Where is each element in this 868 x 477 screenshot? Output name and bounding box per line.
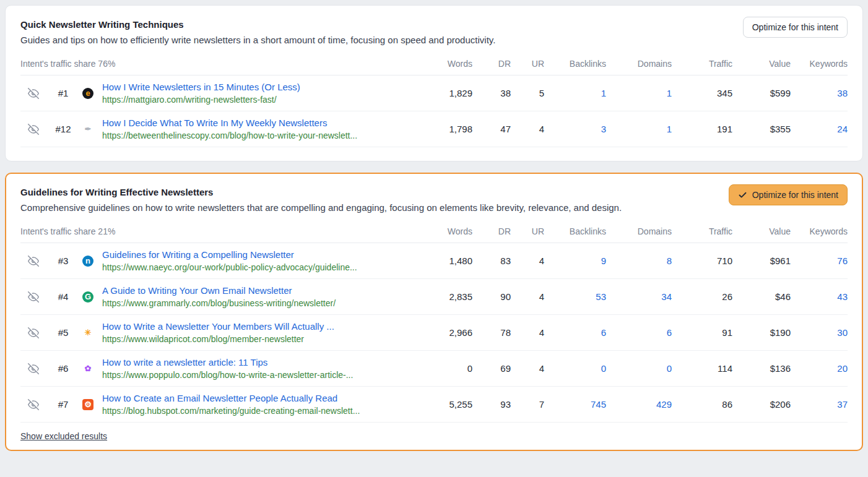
value-value: $599: [732, 88, 791, 98]
keywords-value[interactable]: 24: [791, 124, 848, 134]
eye-off-icon: [28, 363, 39, 374]
traffic-value: 91: [672, 327, 732, 338]
results-table: Intent's traffic share 21% Words DR UR B…: [20, 223, 848, 442]
words-value: 5,255: [420, 399, 472, 410]
favicon-glyph-icon: n: [82, 256, 93, 267]
intent-description: Comprehensive guidelines on how to write…: [20, 202, 622, 213]
traffic-share-label: Intent's traffic share 21%: [20, 226, 420, 236]
value-value: $355: [732, 124, 791, 134]
table-row: #1 e How I Write Newsletters in 15 Minut…: [20, 75, 848, 111]
traffic-share-label: Intent's traffic share 76%: [20, 59, 420, 69]
checkmark-icon: [738, 191, 747, 200]
result-url-link[interactable]: https://www.poppulo.com/blog/how-to-writ…: [102, 370, 410, 380]
intents-page: Quick Newsletter Writing Techniques Guid…: [0, 0, 868, 456]
domains-value[interactable]: 8: [606, 256, 672, 266]
domains-value[interactable]: 1: [606, 88, 672, 98]
backlinks-value[interactable]: 745: [544, 399, 606, 410]
optimize-intent-button[interactable]: Optimize for this intent: [743, 17, 848, 38]
column-header-domains: Domains: [606, 59, 672, 69]
backlinks-value[interactable]: 1: [544, 88, 606, 98]
optimize-intent-button-selected[interactable]: Optimize for this intent: [729, 184, 848, 205]
favicon-glyph-icon: ✒: [82, 124, 93, 135]
domains-value[interactable]: 0: [606, 363, 672, 374]
column-header-value: Value: [732, 59, 791, 69]
traffic-value: 710: [672, 256, 732, 266]
site-favicon: G: [80, 291, 102, 303]
dr-value: 93: [472, 399, 511, 410]
result-url-link[interactable]: https://mattgiaro.com/writing-newsletter…: [102, 95, 410, 105]
result-title-link[interactable]: How to Write a Newsletter Your Members W…: [102, 321, 410, 332]
result-url-link[interactable]: https://betweenthelinescopy.com/blog/how…: [102, 131, 410, 140]
eye-off-icon: [28, 124, 39, 135]
eye-off-icon: [28, 327, 39, 338]
intent-card-guidelines: Guidelines for Writing Effective Newslet…: [5, 173, 863, 451]
table-row: #3 n Guidelines for Writing a Compelling…: [20, 243, 848, 279]
result-url-link[interactable]: https://www.naeyc.org/our-work/public-po…: [102, 262, 410, 272]
keywords-value[interactable]: 38: [791, 88, 848, 98]
hide-result-button[interactable]: [20, 363, 46, 374]
result-url-link[interactable]: https://blog.hubspot.com/marketing/guide…: [102, 406, 410, 416]
intent-title: Quick Newsletter Writing Techniques: [20, 17, 495, 30]
intent-card-header: Quick Newsletter Writing Techniques Guid…: [20, 17, 495, 45]
domains-value[interactable]: 34: [606, 291, 672, 302]
keywords-value[interactable]: 76: [791, 256, 848, 266]
hide-result-button[interactable]: [20, 256, 46, 267]
domains-value[interactable]: 6: [606, 327, 672, 338]
result-title-link[interactable]: How I Write Newsletters in 15 Minutes (O…: [102, 82, 410, 92]
keywords-value[interactable]: 37: [791, 399, 848, 410]
favicon-glyph-icon: e: [82, 88, 93, 99]
result-title-cell: How I Decide What To Write In My Weekly …: [102, 118, 420, 140]
dr-value: 47: [472, 124, 511, 134]
traffic-value: 191: [672, 124, 732, 134]
column-header-dr: DR: [472, 59, 511, 69]
value-value: $136: [732, 363, 791, 374]
hide-result-button[interactable]: [20, 88, 46, 99]
show-excluded-results-link[interactable]: Show excluded results: [20, 431, 107, 441]
value-value: $190: [732, 327, 791, 338]
column-header-domains: Domains: [606, 226, 672, 236]
value-value: $46: [732, 291, 791, 302]
rank-label: #6: [46, 363, 80, 374]
dr-value: 69: [472, 363, 511, 374]
result-title-link[interactable]: A Guide to Writing Your Own Email Newsle…: [102, 285, 410, 296]
result-title-cell: Guidelines for Writing a Compelling News…: [102, 249, 420, 272]
backlinks-value[interactable]: 9: [544, 256, 606, 266]
intent-card-header: Guidelines for Writing Effective Newslet…: [20, 184, 622, 213]
ur-value: 4: [511, 256, 544, 266]
backlinks-value[interactable]: 0: [544, 363, 606, 374]
column-header-dr: DR: [472, 226, 511, 236]
hide-result-button[interactable]: [20, 327, 46, 338]
keywords-value[interactable]: 30: [791, 327, 848, 338]
intent-description: Guides and tips on how to efficiently wr…: [20, 35, 495, 45]
intent-title: Guidelines for Writing Effective Newslet…: [20, 184, 622, 197]
keywords-value[interactable]: 43: [791, 291, 848, 302]
dr-value: 38: [472, 88, 511, 98]
result-title-link[interactable]: How to write a newsletter article: 11 Ti…: [102, 357, 410, 367]
table-row: #12 ✒ How I Decide What To Write In My W…: [20, 111, 848, 147]
words-value: 1,480: [420, 256, 472, 266]
domains-value[interactable]: 429: [606, 399, 672, 410]
ur-value: 4: [511, 327, 544, 338]
domains-value[interactable]: 1: [606, 124, 672, 134]
favicon-glyph-icon: ⚙: [82, 399, 93, 410]
hide-result-button[interactable]: [20, 291, 46, 303]
hide-result-button[interactable]: [20, 399, 46, 410]
hide-result-button[interactable]: [20, 124, 46, 135]
optimize-intent-button-label: Optimize for this intent: [752, 22, 838, 32]
column-header-words: Words: [420, 226, 472, 236]
result-title-cell: How to Write a Newsletter Your Members W…: [102, 321, 420, 344]
result-url-link[interactable]: https://www.grammarly.com/blog/business-…: [102, 298, 410, 308]
keywords-value[interactable]: 20: [791, 363, 848, 374]
value-value: $961: [732, 256, 791, 266]
result-url-link[interactable]: https://www.wildapricot.com/blog/member-…: [102, 334, 410, 344]
rank-label: #5: [46, 327, 80, 338]
result-title-link[interactable]: Guidelines for Writing a Compelling News…: [102, 249, 410, 260]
backlinks-value[interactable]: 6: [544, 327, 606, 338]
words-value: 0: [420, 363, 472, 374]
table-row: #5 ✳ How to Write a Newsletter Your Memb…: [20, 315, 848, 351]
backlinks-value[interactable]: 3: [544, 124, 606, 134]
result-title-link[interactable]: How I Decide What To Write In My Weekly …: [102, 118, 410, 128]
result-title-link[interactable]: How to Create an Email Newsletter People…: [102, 393, 410, 403]
result-title-cell: How to write a newsletter article: 11 Ti…: [102, 357, 420, 380]
backlinks-value[interactable]: 53: [544, 291, 606, 302]
